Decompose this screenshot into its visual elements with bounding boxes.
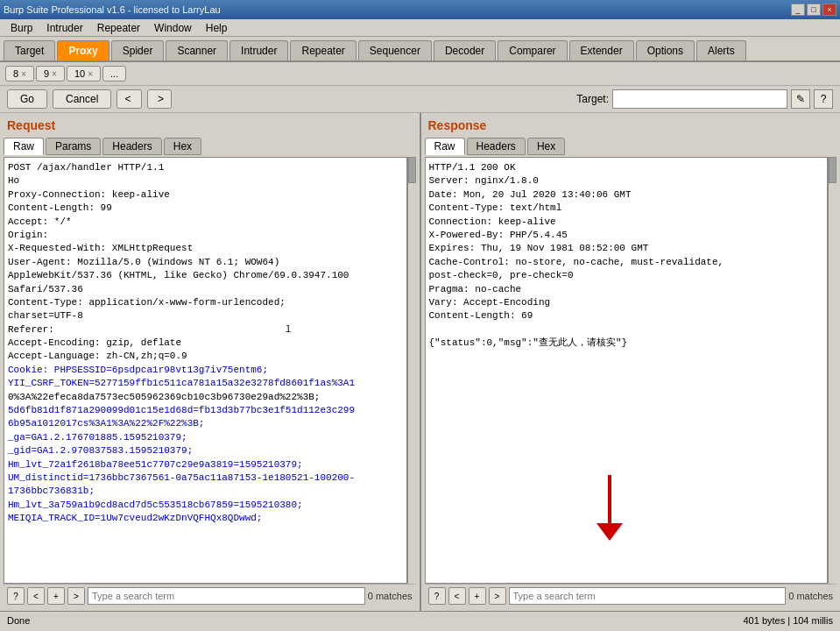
request-search-input[interactable]: [88, 587, 365, 605]
tab-scanner[interactable]: Scanner: [166, 40, 228, 60]
request-tab-params[interactable]: Params: [46, 138, 101, 155]
request-search-help-button[interactable]: ?: [7, 587, 25, 605]
menu-intruder[interactable]: Intruder: [39, 20, 89, 36]
response-tab-headers[interactable]: Headers: [467, 138, 526, 155]
request-search-add-button[interactable]: +: [47, 587, 65, 605]
request-panel: Request Raw Params Headers Hex POST /aja…: [0, 113, 421, 611]
menu-help[interactable]: Help: [199, 20, 235, 36]
menu-repeater[interactable]: Repeater: [90, 20, 147, 36]
sub-tab-9[interactable]: 9 ×: [36, 66, 65, 82]
request-tab-headers[interactable]: Headers: [102, 138, 161, 155]
go-button[interactable]: Go: [7, 89, 47, 109]
tab-proxy[interactable]: Proxy: [57, 40, 109, 60]
request-title: Request: [4, 117, 416, 136]
main-content: Request Raw Params Headers Hex POST /aja…: [0, 113, 840, 611]
close-tab-10-icon[interactable]: ×: [88, 69, 93, 79]
menu-window[interactable]: Window: [147, 20, 199, 36]
minimize-button[interactable]: _: [791, 4, 805, 16]
request-content-area: POST /ajax/handler HTTP/1.1 Ho Proxy-Con…: [4, 157, 416, 584]
response-match-count: 0 matches: [788, 591, 833, 601]
status-text: Done: [7, 615, 30, 626]
response-tab-hex[interactable]: Hex: [527, 138, 565, 155]
cancel-button[interactable]: Cancel: [53, 89, 111, 109]
request-tabs: Raw Params Headers Hex: [4, 136, 416, 157]
request-vscrollbar[interactable]: [407, 157, 416, 584]
response-search-bar: ? < + > 0 matches: [425, 584, 837, 607]
request-text: POST /ajax/handler HTTP/1.1 Ho Proxy-Con…: [4, 157, 407, 584]
tab-target[interactable]: Target: [4, 40, 55, 60]
response-panel: Response Raw Headers Hex HTTP/1.1 200 OK…: [421, 113, 841, 611]
tab-options[interactable]: Options: [636, 40, 695, 60]
nav-forward-button[interactable]: >: [147, 89, 172, 109]
close-tab-9-icon[interactable]: ×: [52, 69, 57, 79]
response-scrollbar-thumb[interactable]: [829, 157, 836, 183]
response-tabs: Raw Headers Hex: [425, 136, 837, 157]
tab-comparer[interactable]: Comparer: [498, 40, 567, 60]
tab-intruder[interactable]: Intruder: [229, 40, 288, 60]
toolbar: Go Cancel < > Target: ✎ ?: [0, 86, 840, 113]
response-vscrollbar[interactable]: [828, 157, 836, 584]
help-icon[interactable]: ?: [814, 89, 833, 109]
main-tab-bar: Target Proxy Spider Scanner Intruder Rep…: [0, 37, 840, 62]
request-search-prev-button[interactable]: <: [27, 587, 45, 605]
status-info: 401 bytes | 104 millis: [743, 615, 833, 626]
request-search-bar: ? < + > 0 matches: [4, 584, 416, 607]
close-button[interactable]: ×: [822, 4, 836, 16]
sub-tab-bar: 8 × 9 × 10 × ...: [0, 62, 840, 86]
close-tab-8-icon[interactable]: ×: [21, 69, 26, 79]
response-search-add-button[interactable]: +: [469, 587, 486, 605]
pencil-icon[interactable]: ✎: [791, 89, 810, 109]
menubar: Burp Intruder Repeater Window Help: [0, 19, 840, 37]
sub-tab-10[interactable]: 10 ×: [67, 66, 101, 82]
maximize-button[interactable]: □: [807, 4, 821, 16]
tab-spider[interactable]: Spider: [111, 40, 165, 60]
target-area: Target: ✎ ?: [576, 89, 833, 109]
response-title: Response: [425, 117, 837, 136]
request-tab-hex[interactable]: Hex: [164, 138, 201, 155]
tab-decoder[interactable]: Decoder: [434, 40, 496, 60]
more-tabs-button[interactable]: ...: [102, 66, 126, 82]
tab-sequencer[interactable]: Sequencer: [358, 40, 432, 60]
request-tab-raw[interactable]: Raw: [4, 138, 44, 155]
response-search-prev-button[interactable]: <: [448, 587, 466, 605]
request-match-count: 0 matches: [368, 591, 413, 601]
tab-repeater[interactable]: Repeater: [290, 40, 356, 60]
response-search-help-button[interactable]: ?: [428, 587, 446, 605]
tab-alerts[interactable]: Alerts: [696, 40, 746, 60]
nav-back-button[interactable]: <: [116, 89, 141, 109]
menu-burp[interactable]: Burp: [4, 20, 39, 36]
sub-tab-8[interactable]: 8 ×: [5, 66, 34, 82]
target-input[interactable]: [612, 89, 787, 109]
request-scrollbar-thumb[interactable]: [408, 157, 416, 183]
titlebar: Burp Suite Professional v1.6 - licensed …: [0, 0, 840, 19]
response-search-input[interactable]: [509, 587, 787, 605]
response-search-next-button[interactable]: >: [489, 587, 506, 605]
response-text: HTTP/1.1 200 OK Server: nginx/1.8.0 Date…: [425, 157, 829, 584]
title-text: Burp Suite Professional v1.6 - licensed …: [4, 4, 221, 15]
statusbar: Done 401 bytes | 104 millis: [0, 611, 840, 628]
response-tab-raw[interactable]: Raw: [425, 138, 465, 155]
response-content-area: HTTP/1.1 200 OK Server: nginx/1.8.0 Date…: [425, 157, 837, 584]
window-controls: _ □ ×: [791, 4, 836, 16]
target-label: Target:: [576, 93, 609, 105]
tab-extender[interactable]: Extender: [569, 40, 634, 60]
request-search-next-button[interactable]: >: [67, 587, 85, 605]
